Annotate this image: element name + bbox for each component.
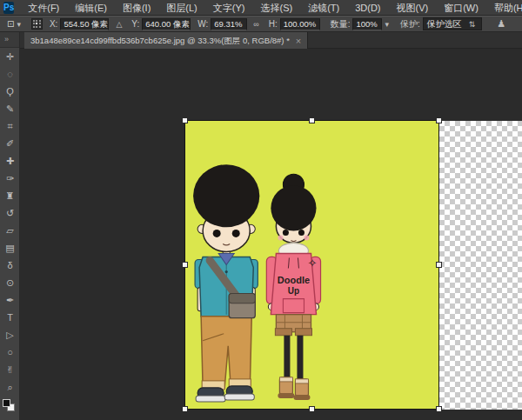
maintain-aspect-ratio-icon[interactable]: ∞ [251,20,261,29]
relative-positioning-button[interactable]: △ [113,20,124,29]
elliptical-marquee-icon: ◌ [7,70,13,79]
amount-field[interactable]: 100% [352,18,382,30]
foreground-color-swatch[interactable] [3,399,10,407]
crop-icon: ⌗ [7,122,12,131]
transform-handle-middle-left[interactable] [182,262,188,268]
menu-item-edit[interactable]: 编辑(E) [67,0,115,16]
tool-preset-dropdown-icon[interactable]: ▾ [14,20,23,29]
amount-label: 数量: [331,18,351,30]
hand-icon: ✌ [6,365,14,375]
dodge-icon: ⊙ [6,278,14,288]
tool-shape[interactable]: ○ [0,343,20,361]
transform-handle-bottom-center[interactable] [309,406,315,412]
h-label: H: [269,19,278,29]
tool-hand[interactable]: ✌ [0,361,20,378]
tool-elliptical-marquee[interactable]: ◌ [0,65,20,83]
menu-item-label: 滤镜(T) [308,3,339,13]
photoshop-window: Ps 文件(F)编辑(E)图像(I)图层(L)文字(Y)选择(S)滤镜(T)3D… [0,0,522,420]
document-tab-bar: 3b1a48e89ce14cd99ffbd536b7cb625e.jpg @ 3… [20,32,522,49]
lasso-icon: Ϙ [6,87,14,97]
history-brush-icon: ↺ [6,209,14,218]
options-bar: ⊡ ▾ X: 554.50 像素 △ Y: 640.00 像素 W: 69.31… [0,16,522,32]
transform-handle-middle-right[interactable] [436,262,442,268]
tool-type[interactable]: T [0,309,20,326]
tool-gradient[interactable]: ▤ [0,239,20,257]
tool-eyedropper[interactable]: ✐ [0,135,20,152]
healing-brush-icon: ✚ [6,157,14,166]
tool-blur[interactable]: δ [0,257,20,274]
transform-handle-top-center[interactable] [309,117,315,123]
transparency-checkerboard [439,121,522,410]
reference-point-locator[interactable] [31,18,43,30]
menu-item-label: 文件(F) [28,3,59,13]
tool-preset-icon[interactable]: ⊡ [7,19,14,29]
menu-item-view[interactable]: 视图(V) [389,0,437,16]
transform-handle-top-left[interactable] [182,117,188,123]
tool-clone-stamp[interactable]: ♜ [0,187,20,204]
menu-item-label: 帮助(H) [494,3,522,13]
y-position-field[interactable]: 640.00 像素 [142,18,191,30]
menu-item-window[interactable]: 窗口(W) [436,0,486,16]
close-icon[interactable]: × [296,33,301,49]
w-label: W: [197,19,208,29]
tool-path-selection[interactable]: ▷ [0,326,20,343]
blur-icon: δ [7,261,12,270]
gradient-icon: ▤ [5,243,14,253]
menu-item-label: 窗口(W) [444,3,478,13]
tool-brush[interactable]: ✑ [0,170,20,187]
eyedropper-icon: ✐ [6,139,14,149]
eraser-icon: ▱ [6,226,13,236]
brush-icon: ✑ [6,174,14,183]
tool-eraser[interactable]: ▱ [0,222,20,239]
menu-item-image[interactable]: 图像(I) [115,0,158,16]
height-field[interactable]: 100.00% [280,18,320,30]
y-label: Y: [131,19,139,29]
menu-item-label: 文字(Y) [213,3,245,13]
x-position-field[interactable]: 554.50 像素 [60,18,109,30]
transform-reference-point[interactable]: ✧ [306,257,318,270]
tool-lasso[interactable]: Ϙ [0,83,20,100]
hoodie-text-line1: Doodle [278,275,310,285]
tools-list: ✛◌Ϙ✎⌗✐✚✑♜↺▱▤δ⊙✒T▷○✌⌕ [0,48,19,396]
menu-items: 文件(F)编辑(E)图像(I)图层(L)文字(Y)选择(S)滤镜(T)3D(D)… [20,0,522,16]
quick-selection-icon: ✎ [6,104,14,114]
tool-pen[interactable]: ✒ [0,291,20,309]
transform-handle-top-right[interactable] [436,117,442,123]
tool-dodge[interactable]: ⊙ [0,274,20,291]
pen-icon: ✒ [6,296,14,305]
tool-move[interactable]: ✛ [0,48,20,65]
tools-panel: » ✛◌Ϙ✎⌗✐✚✑♜↺▱▤δ⊙✒T▷○✌⌕ [0,32,20,420]
color-swatches[interactable] [0,397,20,417]
menu-item-help[interactable]: 帮助(H) [486,0,522,16]
menu-item-label: 选择(S) [260,3,292,13]
type-icon: T [7,313,13,323]
amount-dropdown-icon[interactable]: ▾ [382,20,392,29]
menu-item-type[interactable]: 文字(Y) [205,0,253,16]
artwork-girl: Doodle Up [266,174,320,400]
menu-item-label: 3D(D) [355,3,380,13]
menu-item-select[interactable]: 选择(S) [252,0,300,16]
transform-handle-bottom-left[interactable] [182,406,188,412]
menu-item-3d[interactable]: 3D(D) [347,0,388,16]
document-tab-title: 3b1a48e89ce14cd99ffbd536b7cb625e.jpg @ 3… [30,33,290,49]
menu-item-label: 图层(L) [166,3,197,13]
menu-bar: Ps 文件(F)编辑(E)图像(I)图层(L)文字(Y)选择(S)滤镜(T)3D… [0,0,522,16]
tools-panel-collapse-button[interactable]: » [0,32,19,48]
tool-quick-selection[interactable]: ✎ [0,100,20,117]
x-label: X: [50,19,57,29]
protect-select-value: 保护选区 [427,18,462,30]
tool-crop[interactable]: ⌗ [0,117,20,135]
transform-handle-bottom-right[interactable] [436,406,442,412]
width-field[interactable]: 69.31% [211,18,247,30]
document-tab[interactable]: 3b1a48e89ce14cd99ffbd536b7cb625e.jpg @ 3… [24,32,308,49]
menu-item-layer[interactable]: 图层(L) [158,0,204,16]
protect-skin-tones-button[interactable]: ♟ [494,18,508,30]
menu-item-filter[interactable]: 滤镜(T) [300,0,347,16]
menu-item-file[interactable]: 文件(F) [20,0,67,16]
tool-zoom[interactable]: ⌕ [0,378,20,396]
tool-healing-brush[interactable]: ✚ [0,152,20,170]
shape-icon: ○ [7,348,13,357]
tool-history-brush[interactable]: ↺ [0,204,20,222]
menu-item-label: 视图(V) [397,3,429,13]
protect-select[interactable]: 保护选区 ⇅ [423,17,483,30]
